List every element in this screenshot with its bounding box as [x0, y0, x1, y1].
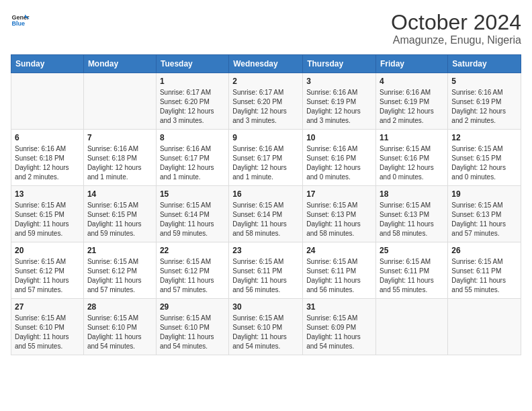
- calendar-cell: 22Sunrise: 6:15 AM Sunset: 6:12 PM Dayli…: [156, 242, 228, 299]
- svg-text:Blue: Blue: [11, 20, 25, 27]
- day-info: Sunrise: 6:15 AM Sunset: 6:11 PM Dayligh…: [306, 257, 372, 295]
- day-number: 19: [451, 189, 517, 199]
- day-number: 23: [232, 246, 299, 255]
- day-number: 14: [87, 189, 152, 199]
- calendar-cell: 2Sunrise: 6:17 AM Sunset: 6:20 PM Daylig…: [229, 73, 303, 130]
- calendar-cell: 7Sunrise: 6:16 AM Sunset: 6:18 PM Daylig…: [83, 130, 156, 186]
- day-info: Sunrise: 6:15 AM Sunset: 6:09 PM Dayligh…: [306, 314, 372, 351]
- day-info: Sunrise: 6:16 AM Sunset: 6:19 PM Dayligh…: [306, 88, 372, 126]
- calendar-cell: 8Sunrise: 6:16 AM Sunset: 6:17 PM Daylig…: [156, 130, 228, 186]
- calendar-cell: [376, 299, 448, 355]
- day-info: Sunrise: 6:15 AM Sunset: 6:10 PM Dayligh…: [232, 314, 299, 351]
- day-number: 26: [451, 246, 517, 255]
- calendar-cell: 9Sunrise: 6:16 AM Sunset: 6:17 PM Daylig…: [229, 130, 303, 186]
- day-number: 12: [451, 133, 517, 142]
- header-day-thursday: Thursday: [303, 55, 376, 73]
- logo-icon: General Blue: [11, 11, 30, 30]
- day-number: 20: [15, 246, 80, 255]
- day-info: Sunrise: 6:15 AM Sunset: 6:10 PM Dayligh…: [160, 314, 225, 351]
- day-info: Sunrise: 6:15 AM Sunset: 6:12 PM Dayligh…: [87, 257, 152, 295]
- day-number: 18: [380, 189, 444, 199]
- day-number: 9: [232, 133, 299, 142]
- header-day-sunday: Sunday: [11, 55, 84, 73]
- day-info: Sunrise: 6:15 AM Sunset: 6:13 PM Dayligh…: [306, 201, 372, 238]
- day-number: 5: [451, 77, 517, 86]
- day-info: Sunrise: 6:15 AM Sunset: 6:10 PM Dayligh…: [87, 314, 152, 351]
- calendar-cell: 23Sunrise: 6:15 AM Sunset: 6:11 PM Dayli…: [229, 242, 303, 299]
- header-day-wednesday: Wednesday: [229, 55, 303, 73]
- day-info: Sunrise: 6:16 AM Sunset: 6:18 PM Dayligh…: [15, 144, 80, 182]
- calendar-cell: 27Sunrise: 6:15 AM Sunset: 6:10 PM Dayli…: [11, 299, 84, 355]
- day-number: 10: [306, 133, 372, 142]
- day-number: 29: [160, 302, 225, 312]
- calendar-cell: 15Sunrise: 6:15 AM Sunset: 6:14 PM Dayli…: [156, 186, 228, 242]
- calendar-week-row: 6Sunrise: 6:16 AM Sunset: 6:18 PM Daylig…: [11, 130, 521, 186]
- day-info: Sunrise: 6:15 AM Sunset: 6:13 PM Dayligh…: [380, 201, 444, 238]
- calendar-cell: 12Sunrise: 6:15 AM Sunset: 6:15 PM Dayli…: [448, 130, 521, 186]
- day-info: Sunrise: 6:15 AM Sunset: 6:11 PM Dayligh…: [451, 257, 517, 295]
- calendar-cell: [448, 299, 521, 355]
- day-number: 8: [160, 133, 225, 142]
- calendar-cell: 21Sunrise: 6:15 AM Sunset: 6:12 PM Dayli…: [83, 242, 156, 299]
- calendar-cell: 1Sunrise: 6:17 AM Sunset: 6:20 PM Daylig…: [156, 73, 228, 130]
- day-info: Sunrise: 6:15 AM Sunset: 6:10 PM Dayligh…: [15, 314, 80, 351]
- day-info: Sunrise: 6:17 AM Sunset: 6:20 PM Dayligh…: [160, 88, 225, 126]
- day-number: 21: [87, 246, 152, 255]
- page-header: General Blue October 2024 Amagunze, Enug…: [11, 11, 521, 46]
- day-info: Sunrise: 6:15 AM Sunset: 6:11 PM Dayligh…: [380, 257, 444, 295]
- day-number: 15: [160, 189, 225, 199]
- calendar-cell: 28Sunrise: 6:15 AM Sunset: 6:10 PM Dayli…: [83, 299, 156, 355]
- day-number: 3: [306, 77, 372, 86]
- calendar-cell: 13Sunrise: 6:15 AM Sunset: 6:15 PM Dayli…: [11, 186, 84, 242]
- calendar-cell: [83, 73, 156, 130]
- header-day-monday: Monday: [83, 55, 156, 73]
- calendar-cell: 5Sunrise: 6:16 AM Sunset: 6:19 PM Daylig…: [448, 73, 521, 130]
- day-info: Sunrise: 6:15 AM Sunset: 6:11 PM Dayligh…: [232, 257, 299, 295]
- calendar-cell: 30Sunrise: 6:15 AM Sunset: 6:10 PM Dayli…: [229, 299, 303, 355]
- header-day-tuesday: Tuesday: [156, 55, 228, 73]
- day-number: 31: [306, 302, 372, 312]
- calendar-cell: 11Sunrise: 6:15 AM Sunset: 6:16 PM Dayli…: [376, 130, 448, 186]
- logo: General Blue: [11, 11, 30, 30]
- calendar-cell: 18Sunrise: 6:15 AM Sunset: 6:13 PM Dayli…: [376, 186, 448, 242]
- day-info: Sunrise: 6:16 AM Sunset: 6:16 PM Dayligh…: [306, 144, 372, 182]
- day-number: 25: [380, 246, 444, 255]
- day-info: Sunrise: 6:15 AM Sunset: 6:12 PM Dayligh…: [160, 257, 225, 295]
- calendar-cell: 17Sunrise: 6:15 AM Sunset: 6:13 PM Dayli…: [303, 186, 376, 242]
- day-number: 13: [15, 189, 80, 199]
- header-day-friday: Friday: [376, 55, 448, 73]
- day-number: 4: [380, 77, 444, 86]
- day-number: 24: [306, 246, 372, 255]
- calendar-cell: 6Sunrise: 6:16 AM Sunset: 6:18 PM Daylig…: [11, 130, 84, 186]
- day-number: 11: [380, 133, 444, 142]
- day-info: Sunrise: 6:16 AM Sunset: 6:19 PM Dayligh…: [451, 88, 517, 126]
- day-info: Sunrise: 6:15 AM Sunset: 6:13 PM Dayligh…: [451, 201, 517, 238]
- calendar-cell: 4Sunrise: 6:16 AM Sunset: 6:19 PM Daylig…: [376, 73, 448, 130]
- day-number: 1: [160, 77, 225, 86]
- calendar-cell: 20Sunrise: 6:15 AM Sunset: 6:12 PM Dayli…: [11, 242, 84, 299]
- day-info: Sunrise: 6:16 AM Sunset: 6:19 PM Dayligh…: [380, 88, 444, 126]
- location-subtitle: Amagunze, Enugu, Nigeria: [391, 34, 521, 46]
- day-info: Sunrise: 6:15 AM Sunset: 6:12 PM Dayligh…: [15, 257, 80, 295]
- day-info: Sunrise: 6:15 AM Sunset: 6:15 PM Dayligh…: [15, 201, 80, 238]
- calendar-cell: 3Sunrise: 6:16 AM Sunset: 6:19 PM Daylig…: [303, 73, 376, 130]
- calendar-cell: 24Sunrise: 6:15 AM Sunset: 6:11 PM Dayli…: [303, 242, 376, 299]
- day-number: 16: [232, 189, 299, 199]
- calendar-cell: 19Sunrise: 6:15 AM Sunset: 6:13 PM Dayli…: [448, 186, 521, 242]
- calendar-week-row: 20Sunrise: 6:15 AM Sunset: 6:12 PM Dayli…: [11, 242, 521, 299]
- day-info: Sunrise: 6:15 AM Sunset: 6:16 PM Dayligh…: [380, 144, 444, 182]
- day-number: 27: [15, 302, 80, 312]
- day-number: 6: [15, 133, 80, 142]
- day-info: Sunrise: 6:15 AM Sunset: 6:14 PM Dayligh…: [232, 201, 299, 238]
- calendar-week-row: 1Sunrise: 6:17 AM Sunset: 6:20 PM Daylig…: [11, 73, 521, 130]
- calendar-cell: 10Sunrise: 6:16 AM Sunset: 6:16 PM Dayli…: [303, 130, 376, 186]
- day-number: 2: [232, 77, 299, 86]
- calendar-cell: 16Sunrise: 6:15 AM Sunset: 6:14 PM Dayli…: [229, 186, 303, 242]
- day-number: 17: [306, 189, 372, 199]
- title-area: October 2024 Amagunze, Enugu, Nigeria: [391, 11, 521, 46]
- calendar-week-row: 27Sunrise: 6:15 AM Sunset: 6:10 PM Dayli…: [11, 299, 521, 355]
- day-info: Sunrise: 6:16 AM Sunset: 6:17 PM Dayligh…: [160, 144, 225, 182]
- day-info: Sunrise: 6:15 AM Sunset: 6:15 PM Dayligh…: [451, 144, 517, 182]
- calendar-cell: 25Sunrise: 6:15 AM Sunset: 6:11 PM Dayli…: [376, 242, 448, 299]
- day-number: 22: [160, 246, 225, 255]
